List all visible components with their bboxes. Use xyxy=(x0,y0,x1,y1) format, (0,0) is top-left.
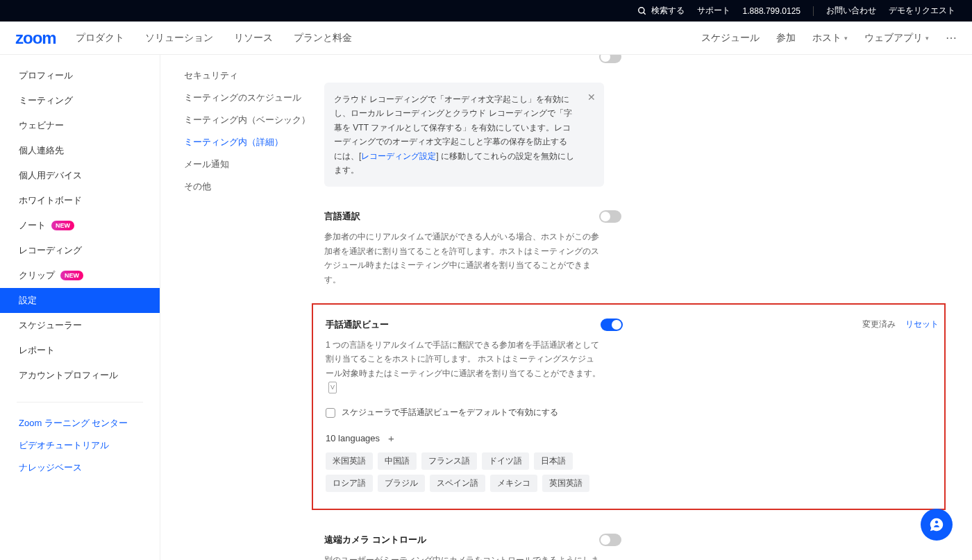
sidebar-item[interactable]: スケジューラー xyxy=(0,313,160,338)
language-tag[interactable]: 米国英語 xyxy=(326,452,373,470)
section-title: 手話通訳ビュー xyxy=(326,319,601,331)
zoom-logo[interactable]: zoom xyxy=(15,28,56,48)
support-link[interactable]: サポート xyxy=(697,5,730,17)
settings-tabs: セキュリティミーティングのスケジュールミーティング内（ベーシック）ミーティング内… xyxy=(160,55,310,560)
toggle-unknown-top[interactable] xyxy=(599,55,621,63)
nav-solutions[interactable]: ソリューション xyxy=(145,32,213,44)
divider xyxy=(17,402,143,402)
settings-tab[interactable]: メール通知 xyxy=(184,153,310,176)
sidebar-item[interactable]: クリップNEW xyxy=(0,263,160,288)
sidebar-help-link[interactable]: ナレッジベース xyxy=(0,457,160,479)
section-desc: 1 つの言語をリアルタイムで手話に翻訳できる参加者を手話通訳者として割り当てるこ… xyxy=(326,338,601,395)
close-icon[interactable]: ✕ xyxy=(587,90,596,106)
divider xyxy=(813,6,814,16)
sidebar-item[interactable]: ウェビナー xyxy=(0,113,160,138)
default-enable-checkbox[interactable] xyxy=(326,408,335,418)
language-tag[interactable]: スペイン語 xyxy=(430,475,485,492)
sidebar-item[interactable]: ホワイトボード xyxy=(0,188,160,213)
sidebar-item[interactable]: 設定 xyxy=(0,288,160,313)
nav-schedule[interactable]: スケジュール xyxy=(701,32,760,44)
modified-label: 変更済み xyxy=(862,319,896,330)
info-badge-icon: V xyxy=(328,382,337,393)
svg-point-0 xyxy=(638,7,644,12)
nav-resources[interactable]: リソース xyxy=(234,32,273,44)
section-far-end-camera: 遠端カメラ コントロール 別のユーザーがミーティング中にカメラをコントロールでき… xyxy=(324,534,958,560)
settings-tab[interactable]: ミーティングのスケジュール xyxy=(184,87,310,109)
sidebar-item[interactable]: プロフィール xyxy=(0,63,160,88)
settings-tab[interactable]: セキュリティ xyxy=(184,65,310,87)
nav-webapp[interactable]: ウェブアプリ▾ xyxy=(864,32,929,44)
settings-tab[interactable]: ミーティング内（ベーシック） xyxy=(184,109,310,131)
toggle-sign-language-view[interactable] xyxy=(601,319,623,331)
svg-point-2 xyxy=(935,520,938,523)
left-sidebar: プロフィールミーティングウェビナー個人連絡先個人用デバイスホワイトボードノートN… xyxy=(0,55,160,560)
svg-line-1 xyxy=(643,12,645,14)
section-title: 言語通訳 xyxy=(324,210,599,223)
language-tag[interactable]: ブラジル xyxy=(378,475,425,492)
settings-content: ✕ クラウド レコーディングで「オーディオ文字起こし」を有効にし、ローカル レコ… xyxy=(310,55,972,560)
language-tag[interactable]: 英国英語 xyxy=(542,475,589,492)
request-demo-link[interactable]: デモをリクエスト xyxy=(889,5,955,17)
sidebar-item[interactable]: アカウントプロフィール xyxy=(0,363,160,388)
language-tags: 米国英語中国語フランス語ドイツ語日本語ロシア語ブラジルスペイン語メキシコ英国英語 xyxy=(326,452,617,492)
main-nav: zoom プロダクト ソリューション リソース プランと料金 スケジュール 参加… xyxy=(0,22,972,55)
sidebar-item[interactable]: ノートNEW xyxy=(0,213,160,238)
settings-tab[interactable]: ミーティング内（詳細） xyxy=(184,131,310,153)
language-tag[interactable]: ロシア語 xyxy=(326,475,373,492)
language-count-row: 10 languages + xyxy=(326,432,601,444)
section-desc: 参加者の中にリアルタイムで通訳ができる人がいる場合、ホストがこの参加者を通訳者に… xyxy=(324,230,599,287)
language-tag[interactable]: 中国語 xyxy=(378,452,417,470)
section-language-interpretation: 言語通訳 参加者の中にリアルタイムで通訳ができる人がいる場合、ホストがこの参加者… xyxy=(324,210,958,287)
add-language-button[interactable]: + xyxy=(388,432,394,444)
sidebar-item[interactable]: 個人用デバイス xyxy=(0,163,160,188)
recording-info-box: ✕ クラウド レコーディングで「オーディオ文字起こし」を有効にし、ローカル レコ… xyxy=(324,83,604,187)
sidebar-item[interactable]: レコーディング xyxy=(0,238,160,263)
contact-link[interactable]: お問い合わせ xyxy=(826,5,876,17)
settings-tab[interactable]: その他 xyxy=(184,176,310,198)
chat-fab-button[interactable] xyxy=(921,509,953,541)
sidebar-item[interactable]: ミーティング xyxy=(0,88,160,113)
nav-host[interactable]: ホスト▾ xyxy=(812,32,848,44)
sidebar-item[interactable]: レポート xyxy=(0,338,160,363)
language-tag[interactable]: 日本語 xyxy=(534,452,573,470)
sidebar-help-link[interactable]: Zoom ラーニング センター xyxy=(0,412,160,434)
toggle-language-interpretation[interactable] xyxy=(599,210,621,223)
language-tag[interactable]: メキシコ xyxy=(490,475,537,492)
nav-links-left: プロダクト ソリューション リソース プランと料金 xyxy=(76,32,352,44)
language-tag[interactable]: フランス語 xyxy=(421,452,477,470)
checkbox-label: スケジューラで手話通訳ビューをデフォルトで有効にする xyxy=(342,407,558,418)
reset-link[interactable]: リセット xyxy=(905,319,939,330)
recording-settings-link[interactable]: レコーディング設定 xyxy=(361,151,436,161)
chevron-down-icon: ▾ xyxy=(844,35,848,42)
phone-link[interactable]: 1.888.799.0125 xyxy=(743,6,801,16)
nav-products[interactable]: プロダクト xyxy=(76,32,124,44)
language-tag[interactable]: ドイツ語 xyxy=(482,452,529,470)
search-label: 検索する xyxy=(651,5,685,17)
search-icon xyxy=(637,6,647,16)
new-badge: NEW xyxy=(60,271,83,280)
nav-links-right: スケジュール 参加 ホスト▾ ウェブアプリ▾ ⋯ xyxy=(701,31,957,44)
section-title: 遠端カメラ コントロール xyxy=(324,534,599,546)
nav-more-icon[interactable]: ⋯ xyxy=(946,31,957,44)
top-utility-bar: 検索する サポート 1.888.799.0125 お問い合わせ デモをリクエスト xyxy=(0,0,972,22)
default-enable-checkbox-row: スケジューラで手話通訳ビューをデフォルトで有効にする xyxy=(326,407,601,418)
toggle-far-end-camera[interactable] xyxy=(599,534,621,546)
chat-icon xyxy=(929,517,944,532)
section-desc: 別のユーザーがミーティング中にカメラをコントロールできるようにします。両方のユー… xyxy=(324,553,599,560)
sidebar-help-link[interactable]: ビデオチュートリアル xyxy=(0,434,160,457)
section-sign-language-view: 手話通訳ビュー 1 つの言語をリアルタイムで手話に翻訳できる参加者を手話通訳者と… xyxy=(312,303,946,511)
nav-pricing[interactable]: プランと料金 xyxy=(294,32,352,44)
chevron-down-icon: ▾ xyxy=(925,35,929,42)
sidebar-item[interactable]: 個人連絡先 xyxy=(0,138,160,163)
nav-join[interactable]: 参加 xyxy=(776,32,796,44)
language-count: 10 languages xyxy=(326,433,380,443)
new-badge: NEW xyxy=(51,221,74,230)
search-link[interactable]: 検索する xyxy=(637,5,685,17)
